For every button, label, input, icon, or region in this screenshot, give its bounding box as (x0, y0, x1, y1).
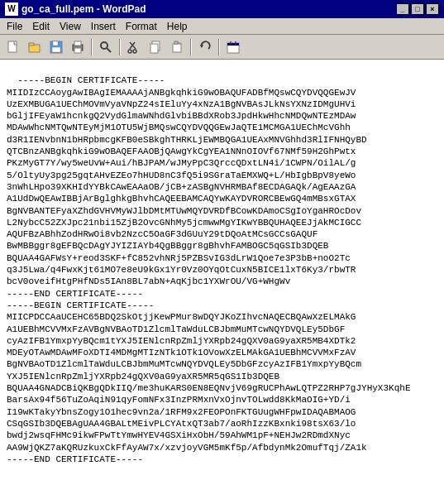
content-area[interactable]: -----BEGIN CERTIFICATE----- MIIDIzCCAoyg… (0, 60, 444, 504)
date-button[interactable] (223, 38, 243, 56)
toolbar-separator-2 (119, 39, 121, 55)
close-button[interactable]: × (426, 3, 439, 15)
paste-icon (170, 41, 184, 54)
svg-rect-7 (74, 41, 81, 46)
svg-point-9 (101, 42, 107, 49)
minimize-button[interactable]: _ (396, 3, 409, 15)
cut-icon (127, 41, 141, 54)
menu-view[interactable]: View (55, 19, 86, 34)
svg-line-10 (107, 48, 111, 52)
menu-bar: File Edit View Insert Format Help (0, 18, 444, 35)
copy-icon (149, 41, 162, 54)
certificate-content: -----BEGIN CERTIFICATE----- MIIDIzCCAoyg… (7, 75, 410, 464)
save-icon (50, 41, 63, 54)
undo-button[interactable] (195, 38, 215, 56)
svg-rect-18 (173, 44, 181, 52)
svg-rect-5 (52, 47, 60, 52)
open-button[interactable] (25, 38, 45, 56)
svg-rect-16 (150, 44, 158, 53)
menu-edit[interactable]: Edit (27, 19, 55, 34)
svg-rect-2 (29, 43, 34, 46)
menu-help[interactable]: Help (162, 19, 193, 34)
maximize-button[interactable]: □ (411, 3, 424, 15)
toolbar-separator-1 (91, 39, 93, 55)
cut-button[interactable] (124, 38, 144, 56)
undo-icon (198, 41, 212, 54)
save-button[interactable] (46, 38, 66, 56)
window-title: go_ca_full.pem - WordPad (21, 3, 146, 15)
open-icon (28, 41, 41, 54)
svg-rect-8 (74, 48, 81, 53)
toolbar-separator-4 (218, 39, 220, 55)
date-icon (227, 41, 240, 54)
svg-rect-19 (174, 41, 178, 44)
menu-insert[interactable]: Insert (86, 19, 121, 34)
print-icon (71, 41, 84, 54)
svg-rect-4 (53, 41, 58, 46)
svg-marker-20 (200, 45, 203, 48)
toolbar (0, 35, 444, 60)
menu-file[interactable]: File (2, 19, 27, 34)
app-icon: W (5, 2, 18, 16)
print-button[interactable] (68, 38, 88, 56)
new-button[interactable] (3, 38, 23, 56)
copy-button[interactable] (146, 38, 165, 56)
svg-point-13 (128, 50, 131, 53)
paste-button[interactable] (167, 38, 187, 56)
svg-rect-22 (227, 43, 239, 46)
menu-format[interactable]: Format (121, 19, 162, 34)
title-bar: W go_ca_full.pem - WordPad _ □ × (0, 0, 444, 18)
toolbar-separator-3 (190, 39, 192, 55)
find-icon (99, 41, 112, 54)
find-button[interactable] (96, 38, 116, 56)
svg-point-14 (133, 50, 136, 53)
new-icon (7, 41, 20, 54)
